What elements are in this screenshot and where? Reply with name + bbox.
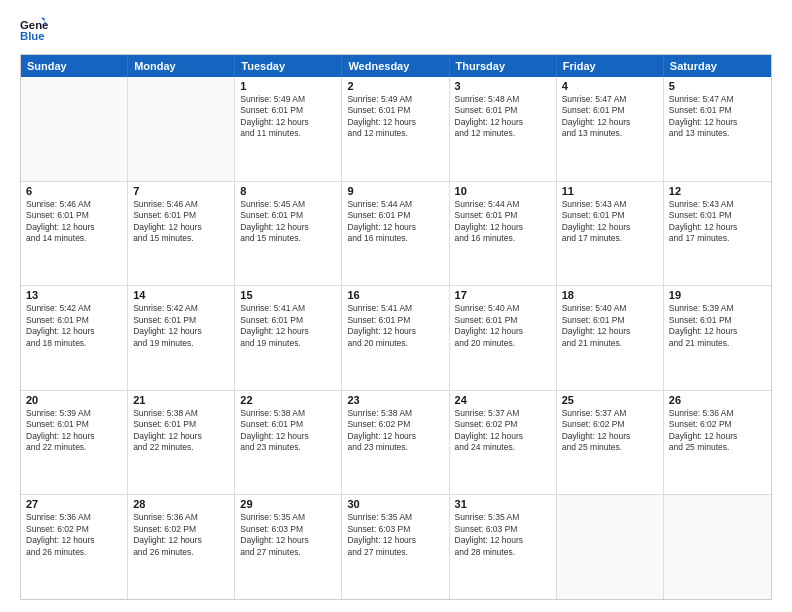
cell-line: Sunrise: 5:43 AM: [669, 199, 766, 210]
calendar-cell: 17Sunrise: 5:40 AMSunset: 6:01 PMDayligh…: [450, 286, 557, 390]
calendar-cell: 2Sunrise: 5:49 AMSunset: 6:01 PMDaylight…: [342, 77, 449, 181]
calendar-body: 1Sunrise: 5:49 AMSunset: 6:01 PMDaylight…: [21, 77, 771, 599]
day-number: 20: [26, 394, 122, 406]
day-number: 21: [133, 394, 229, 406]
cell-line: Daylight: 12 hours: [133, 431, 229, 442]
cell-line: Sunrise: 5:47 AM: [669, 94, 766, 105]
day-number: 6: [26, 185, 122, 197]
cell-line: Daylight: 12 hours: [26, 535, 122, 546]
cell-line: Sunrise: 5:46 AM: [133, 199, 229, 210]
cell-line: Daylight: 12 hours: [455, 535, 551, 546]
logo-icon: General Blue: [20, 16, 48, 44]
cell-line: and 13 minutes.: [669, 128, 766, 139]
day-number: 12: [669, 185, 766, 197]
calendar-cell: 5Sunrise: 5:47 AMSunset: 6:01 PMDaylight…: [664, 77, 771, 181]
cell-line: and 15 minutes.: [240, 233, 336, 244]
cell-line: Sunset: 6:01 PM: [455, 105, 551, 116]
cell-line: Sunset: 6:01 PM: [133, 315, 229, 326]
cell-line: and 17 minutes.: [669, 233, 766, 244]
cell-line: Sunrise: 5:40 AM: [455, 303, 551, 314]
cell-line: Sunset: 6:02 PM: [347, 419, 443, 430]
calendar-row: 1Sunrise: 5:49 AMSunset: 6:01 PMDaylight…: [21, 77, 771, 181]
calendar-cell: 31Sunrise: 5:35 AMSunset: 6:03 PMDayligh…: [450, 495, 557, 599]
cell-line: Sunrise: 5:42 AM: [26, 303, 122, 314]
cell-line: Daylight: 12 hours: [669, 431, 766, 442]
cell-line: Sunset: 6:02 PM: [562, 419, 658, 430]
calendar: SundayMondayTuesdayWednesdayThursdayFrid…: [20, 54, 772, 600]
cell-line: Sunrise: 5:35 AM: [455, 512, 551, 523]
cell-line: Sunset: 6:01 PM: [347, 105, 443, 116]
cell-line: and 19 minutes.: [133, 338, 229, 349]
cell-line: Sunrise: 5:48 AM: [455, 94, 551, 105]
cell-line: Sunrise: 5:38 AM: [133, 408, 229, 419]
cell-line: and 20 minutes.: [455, 338, 551, 349]
day-number: 14: [133, 289, 229, 301]
cell-line: Daylight: 12 hours: [455, 326, 551, 337]
cell-line: and 17 minutes.: [562, 233, 658, 244]
day-number: 5: [669, 80, 766, 92]
cell-line: Sunset: 6:01 PM: [240, 105, 336, 116]
cell-line: Sunset: 6:01 PM: [26, 315, 122, 326]
cell-line: Daylight: 12 hours: [133, 326, 229, 337]
day-number: 22: [240, 394, 336, 406]
weekday-header: Saturday: [664, 55, 771, 77]
day-number: 8: [240, 185, 336, 197]
cell-line: and 15 minutes.: [133, 233, 229, 244]
cell-line: Sunset: 6:01 PM: [562, 210, 658, 221]
cell-line: Daylight: 12 hours: [455, 222, 551, 233]
calendar-cell: 28Sunrise: 5:36 AMSunset: 6:02 PMDayligh…: [128, 495, 235, 599]
calendar-cell: 16Sunrise: 5:41 AMSunset: 6:01 PMDayligh…: [342, 286, 449, 390]
calendar-header: SundayMondayTuesdayWednesdayThursdayFrid…: [21, 55, 771, 77]
cell-line: Sunset: 6:02 PM: [26, 524, 122, 535]
cell-line: Sunset: 6:03 PM: [455, 524, 551, 535]
cell-line: Sunrise: 5:49 AM: [347, 94, 443, 105]
weekday-header: Monday: [128, 55, 235, 77]
day-number: 7: [133, 185, 229, 197]
calendar-cell: 21Sunrise: 5:38 AMSunset: 6:01 PMDayligh…: [128, 391, 235, 495]
calendar-cell: 14Sunrise: 5:42 AMSunset: 6:01 PMDayligh…: [128, 286, 235, 390]
cell-line: Sunrise: 5:38 AM: [347, 408, 443, 419]
cell-line: Sunset: 6:01 PM: [240, 210, 336, 221]
cell-line: Sunrise: 5:35 AM: [240, 512, 336, 523]
cell-line: and 26 minutes.: [26, 547, 122, 558]
cell-line: Daylight: 12 hours: [562, 326, 658, 337]
cell-line: Daylight: 12 hours: [240, 117, 336, 128]
calendar-cell: [128, 77, 235, 181]
cell-line: Daylight: 12 hours: [240, 222, 336, 233]
cell-line: Sunset: 6:01 PM: [562, 315, 658, 326]
calendar-cell: 26Sunrise: 5:36 AMSunset: 6:02 PMDayligh…: [664, 391, 771, 495]
cell-line: and 28 minutes.: [455, 547, 551, 558]
day-number: 31: [455, 498, 551, 510]
cell-line: and 27 minutes.: [347, 547, 443, 558]
calendar-row: 20Sunrise: 5:39 AMSunset: 6:01 PMDayligh…: [21, 390, 771, 495]
cell-line: Sunset: 6:02 PM: [455, 419, 551, 430]
weekday-header: Wednesday: [342, 55, 449, 77]
day-number: 13: [26, 289, 122, 301]
day-number: 25: [562, 394, 658, 406]
cell-line: Sunset: 6:01 PM: [455, 315, 551, 326]
calendar-cell: 27Sunrise: 5:36 AMSunset: 6:02 PMDayligh…: [21, 495, 128, 599]
cell-line: and 12 minutes.: [455, 128, 551, 139]
cell-line: and 16 minutes.: [347, 233, 443, 244]
cell-line: Daylight: 12 hours: [133, 222, 229, 233]
cell-line: Sunset: 6:01 PM: [26, 210, 122, 221]
calendar-cell: 30Sunrise: 5:35 AMSunset: 6:03 PMDayligh…: [342, 495, 449, 599]
cell-line: and 22 minutes.: [26, 442, 122, 453]
calendar-cell: 15Sunrise: 5:41 AMSunset: 6:01 PMDayligh…: [235, 286, 342, 390]
cell-line: and 22 minutes.: [133, 442, 229, 453]
day-number: 4: [562, 80, 658, 92]
cell-line: Sunset: 6:01 PM: [347, 210, 443, 221]
cell-line: Sunrise: 5:40 AM: [562, 303, 658, 314]
cell-line: Sunset: 6:01 PM: [347, 315, 443, 326]
calendar-cell: 3Sunrise: 5:48 AMSunset: 6:01 PMDaylight…: [450, 77, 557, 181]
page: General Blue SundayMondayTuesdayWednesda…: [0, 0, 792, 612]
cell-line: and 13 minutes.: [562, 128, 658, 139]
day-number: 26: [669, 394, 766, 406]
cell-line: Daylight: 12 hours: [669, 326, 766, 337]
cell-line: Daylight: 12 hours: [347, 431, 443, 442]
cell-line: Daylight: 12 hours: [26, 326, 122, 337]
cell-line: Daylight: 12 hours: [240, 326, 336, 337]
cell-line: Sunrise: 5:36 AM: [669, 408, 766, 419]
cell-line: and 23 minutes.: [347, 442, 443, 453]
cell-line: Sunrise: 5:37 AM: [455, 408, 551, 419]
